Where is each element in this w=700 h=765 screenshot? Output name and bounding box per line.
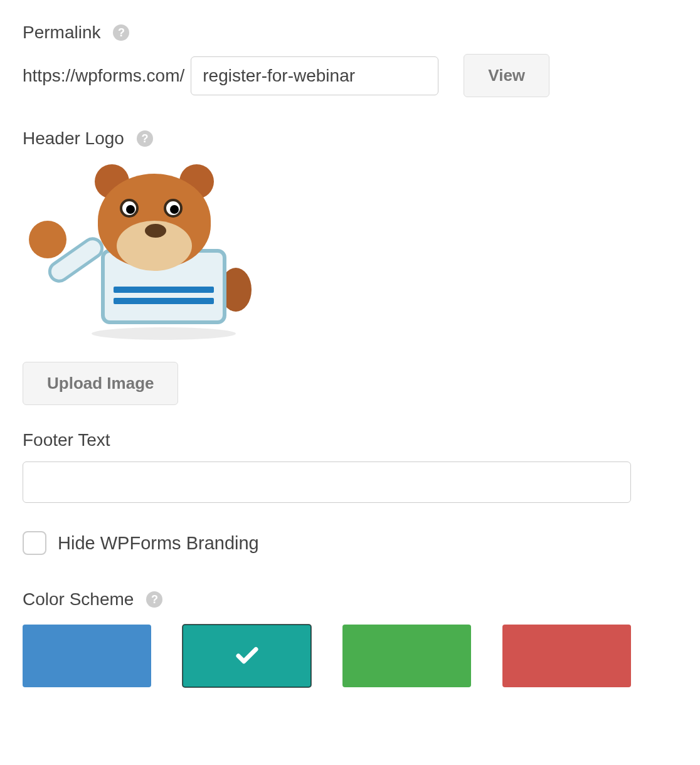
header-logo-label-text: Header Logo: [23, 129, 124, 149]
hide-branding-row: Hide WPForms Branding: [23, 531, 677, 555]
color-scheme-label-text: Color Scheme: [23, 589, 134, 609]
header-logo-preview: [23, 161, 230, 343]
hide-branding-label: Hide WPForms Branding: [58, 533, 259, 554]
permalink-label-text: Permalink: [23, 23, 100, 43]
footer-text-label-text: Footer Text: [23, 430, 110, 450]
footer-text-label: Footer Text: [23, 430, 677, 450]
permalink-label: Permalink ?: [23, 23, 677, 43]
permalink-row: https://wpforms.com/ View: [23, 54, 677, 97]
color-swatch-green[interactable]: [342, 625, 471, 687]
check-icon: [234, 643, 260, 669]
help-icon[interactable]: ?: [137, 130, 153, 147]
footer-text-input[interactable]: [23, 462, 631, 503]
mascot-image: [23, 161, 230, 343]
color-swatch-red[interactable]: [502, 625, 631, 687]
permalink-base-url: https://wpforms.com/: [23, 66, 184, 86]
hide-branding-checkbox[interactable]: [23, 531, 46, 555]
footer-text-section: Footer Text: [23, 430, 677, 503]
color-swatch-teal[interactable]: [183, 625, 311, 687]
help-icon[interactable]: ?: [146, 591, 162, 608]
color-scheme-label: Color Scheme ?: [23, 589, 677, 609]
color-scheme-section: Color Scheme ?: [23, 589, 677, 687]
upload-image-button[interactable]: Upload Image: [23, 362, 178, 405]
view-button[interactable]: View: [464, 54, 549, 97]
header-logo-section: Header Logo ? Upload Image: [23, 129, 677, 405]
color-swatches: [23, 625, 677, 687]
color-swatch-blue[interactable]: [23, 625, 151, 687]
header-logo-label: Header Logo ?: [23, 129, 677, 149]
permalink-slug-input[interactable]: [191, 56, 438, 95]
help-icon[interactable]: ?: [113, 24, 129, 41]
